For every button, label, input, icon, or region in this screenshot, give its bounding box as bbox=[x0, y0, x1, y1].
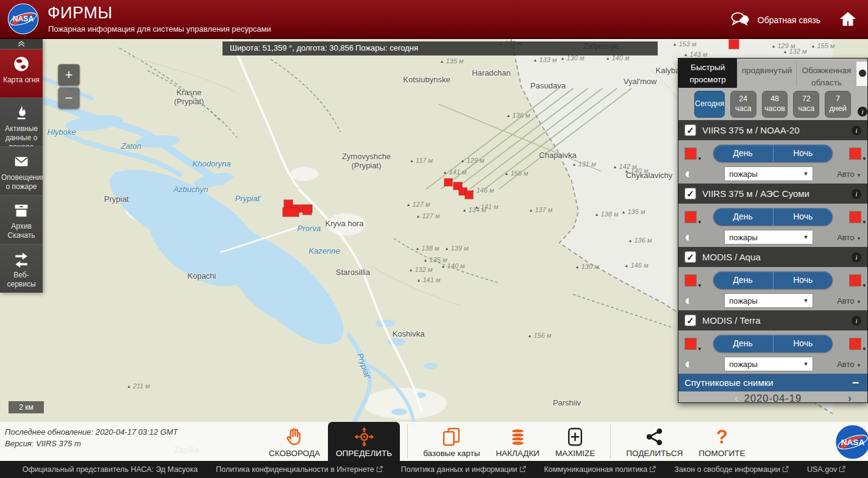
info-icon[interactable]: i bbox=[852, 126, 861, 135]
day-color-swatch[interactable] bbox=[685, 274, 697, 287]
elevation-label: ▲127 м bbox=[416, 212, 440, 219]
fire-detection-marker[interactable] bbox=[444, 179, 452, 186]
fire-detection-marker[interactable] bbox=[729, 40, 739, 49]
sidebar-collapse-button[interactable] bbox=[0, 39, 43, 49]
info-icon[interactable]: i bbox=[852, 189, 861, 199]
elevation-label: ▲117 м bbox=[410, 157, 433, 164]
tab-quick-view[interactable]: Быстрыйпросмотр bbox=[678, 59, 737, 88]
contrast-icon[interactable]: ◐ bbox=[685, 167, 692, 180]
time-button-72h[interactable]: 72часа bbox=[793, 91, 819, 118]
zoom-out-button[interactable]: − bbox=[58, 87, 80, 109]
layer-title: VIIRS 375 м / NOAA-20 bbox=[702, 125, 845, 135]
night-color-swatch[interactable] bbox=[849, 211, 861, 223]
tab-burned-area[interactable]: Обожженнаяобласть bbox=[796, 62, 856, 86]
elevation-triangle-icon: ▲ bbox=[410, 159, 414, 163]
elevation-triangle-icon: ▲ bbox=[475, 205, 479, 209]
layer-checkbox[interactable]: ✓ bbox=[685, 251, 696, 263]
time-button-today[interactable]: Сегодня bbox=[694, 91, 725, 118]
toolbar-overlays-button[interactable]: НАКЛАДКИ bbox=[488, 422, 547, 461]
day-button[interactable]: День bbox=[713, 208, 773, 226]
info-icon[interactable]: i bbox=[852, 252, 861, 262]
night-color-swatch[interactable] bbox=[849, 274, 861, 287]
day-button[interactable]: День bbox=[713, 144, 773, 162]
contrast-icon[interactable]: ◐ bbox=[685, 357, 692, 371]
panel-corner-button[interactable] bbox=[856, 62, 867, 86]
toolbar-share-button[interactable]: ПОДЕЛИТЬСЯ bbox=[618, 422, 691, 461]
elevation-triangle-icon: ▲ bbox=[424, 258, 428, 262]
contrast-icon[interactable]: ◐ bbox=[685, 294, 692, 307]
night-button[interactable]: Ночь bbox=[774, 144, 833, 162]
town-label: Krasne(Prypiat) bbox=[174, 88, 204, 107]
sidebar-item-active-fire-data[interactable]: Активные данные о пожаре bbox=[0, 98, 43, 146]
fire-detection-marker[interactable] bbox=[283, 208, 299, 216]
day-button[interactable]: День bbox=[713, 335, 773, 352]
fire-detection-marker[interactable] bbox=[465, 191, 473, 199]
auto-select[interactable]: Авто ▼ bbox=[837, 360, 861, 369]
toolbar-button-label: ПОДЕЛИТЬСЯ bbox=[626, 449, 683, 458]
night-button[interactable]: Ночь bbox=[774, 335, 833, 352]
category-select[interactable]: пожары▼ bbox=[724, 293, 813, 308]
elevation-label: ▲146 м bbox=[625, 262, 649, 269]
toolbar-buttons: СКОВОРОДАОПРЕДЕЛИТЬбазовые картыНАКЛАДКИ… bbox=[261, 422, 753, 461]
home-icon[interactable] bbox=[839, 10, 857, 28]
time-button-24h[interactable]: 24часа bbox=[730, 91, 756, 118]
zoom-in-button[interactable]: + bbox=[58, 64, 80, 86]
sidebar-item-fire-map[interactable]: Карта огня bbox=[0, 49, 43, 98]
footer-link[interactable]: USA.gov bbox=[807, 465, 845, 474]
footer-link[interactable]: Закон о свободе информации bbox=[674, 465, 789, 474]
collapse-icon[interactable]: − bbox=[850, 376, 861, 390]
night-button[interactable]: Ночь bbox=[774, 208, 833, 226]
day-color-swatch[interactable] bbox=[685, 338, 697, 350]
day-color-swatch[interactable] bbox=[685, 148, 697, 160]
external-link-icon bbox=[782, 466, 789, 473]
nasa-logo[interactable]: NASA bbox=[7, 3, 39, 35]
footer-link[interactable]: Коммуникационная политика bbox=[544, 465, 656, 474]
toolbar-help-button[interactable]: ?ПОМОГИТЕ bbox=[691, 422, 753, 461]
tab-advanced[interactable]: продвинутый bbox=[737, 62, 795, 86]
fire-detection-marker[interactable] bbox=[303, 205, 311, 215]
day-color-swatch[interactable] bbox=[685, 211, 697, 223]
sidebar-item-label: Оповещения о пожаре bbox=[0, 172, 43, 191]
next-date-chevron[interactable]: › bbox=[848, 391, 852, 403]
auto-select[interactable]: Авто ▼ bbox=[837, 169, 861, 179]
night-button[interactable]: Ночь bbox=[774, 271, 833, 289]
category-select[interactable]: пожары▼ bbox=[724, 230, 813, 244]
imagery-date: 2020-04-19 bbox=[678, 393, 867, 403]
footer-link[interactable]: Политика конфиденциальности в Интернете bbox=[216, 465, 382, 474]
water-label: Hlyboke bbox=[48, 127, 76, 137]
layer-checkbox[interactable]: ✓ bbox=[685, 124, 696, 136]
category-select[interactable]: пожары▼ bbox=[724, 166, 813, 181]
satellite-imagery-header[interactable]: Спутниковые снимки − bbox=[678, 374, 867, 391]
night-color-swatch[interactable] bbox=[849, 148, 861, 160]
layer-checkbox[interactable]: ✓ bbox=[685, 188, 696, 199]
info-icon[interactable]: i bbox=[852, 316, 861, 326]
layer-controls: ДеньНочь◐пожары▼Авто ▼ bbox=[678, 140, 867, 184]
category-select[interactable]: пожары▼ bbox=[724, 357, 813, 371]
time-button-7d[interactable]: 7дней bbox=[825, 91, 851, 118]
sidebar-item-archive-download[interactable]: Архив Скачать bbox=[0, 195, 43, 244]
info-icon[interactable]: i bbox=[858, 107, 867, 116]
time-button-48h[interactable]: 48часов bbox=[762, 91, 788, 118]
feedback-button[interactable]: Обратная связь bbox=[730, 11, 820, 29]
nasa-logo[interactable]: NASA bbox=[835, 424, 868, 460]
day-button[interactable]: День bbox=[713, 271, 773, 289]
panel-tabs: БыстрыйпросмотрпродвинутыйОбожженнаяобла… bbox=[678, 59, 867, 88]
auto-select[interactable]: Авто ▼ bbox=[837, 296, 861, 305]
footer-link[interactable]: Политика данных и информации bbox=[401, 465, 526, 474]
water-label: Prorva bbox=[297, 224, 321, 233]
auto-select[interactable]: Авто ▼ bbox=[837, 233, 861, 242]
layer-controls: ДеньНочь◐пожары▼Авто ▼ bbox=[678, 267, 867, 310]
sidebar-item-web-services[interactable]: Веб-сервисы bbox=[0, 244, 43, 293]
toolbar-basemaps-button[interactable]: базовые карты bbox=[415, 422, 488, 461]
contrast-icon[interactable]: ◐ bbox=[685, 230, 692, 244]
layer-checkbox[interactable]: ✓ bbox=[685, 315, 696, 326]
maximize-icon bbox=[565, 426, 585, 447]
sidebar-item-fire-alerts[interactable]: Оповещения о пожаре bbox=[0, 146, 43, 195]
footer-text: Официальный представитель НАСА: Эд Масуо… bbox=[23, 465, 198, 474]
toolbar-pan-button[interactable]: СКОВОРОДА bbox=[261, 422, 328, 461]
toolbar-maximize-button[interactable]: MAXIMIZE bbox=[547, 422, 603, 461]
night-color-swatch[interactable] bbox=[849, 338, 861, 350]
app-title: ФИРМЫ bbox=[48, 4, 113, 23]
toolbar-identify-button[interactable]: ОПРЕДЕЛИТЬ bbox=[328, 422, 400, 461]
elevation-label: ▲129 м bbox=[461, 157, 485, 164]
